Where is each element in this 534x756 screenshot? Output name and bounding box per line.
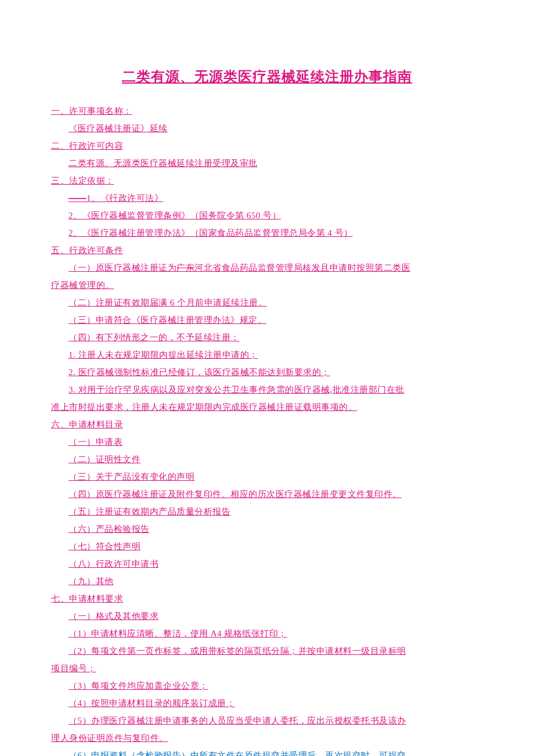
- section-7-item-3: （3）每项文件均应加盖企业公章；: [51, 677, 483, 694]
- section-7-item-5a: （5）办理医疗器械注册申请事务的人员应当受申请人委托，应出示授权委托书及该办: [51, 712, 483, 729]
- section-6-heading: 六、申请材料目录: [51, 416, 483, 433]
- section-5-item-2: （二）注册证有效期届满 6 个月前申请延续注册。: [51, 294, 483, 311]
- section-5-heading: 五、行政许可条件: [51, 242, 483, 259]
- section-6-item: （六）产品检验报告: [51, 520, 483, 538]
- section-5-item-3: （三）申请符合《医疗器械注册管理办法》规定。: [51, 311, 483, 329]
- section-6-item: （二）证明性文件: [51, 451, 483, 468]
- section-7-sub-heading: （一）格式及其他要求: [51, 607, 483, 625]
- section-6-item: （七）符合性声明: [51, 538, 483, 555]
- section-3-item-2: 2、《医疗器械监督管理条例》（国务院令第 650 号）: [51, 207, 483, 224]
- struck-text: 广东: [176, 263, 194, 272]
- section-6-item: （四）原医疗器械注册证及附件复印件、相应的历次医疗器械注册变更文件复印件。: [51, 485, 483, 503]
- section-2-content: 二类有源、无源类医疗器械延续注册受理及审批: [51, 154, 483, 172]
- document-page: 二类有源、无源类医疗器械延续注册办事指南 一、许可事项名称： 《医疗器械注册证》…: [0, 0, 534, 756]
- section-7-item-2a: （2）每项文件第一页作标签，或用带标签的隔页纸分隔；并按申请材料一级目录标明: [51, 642, 483, 660]
- section-3-heading: 三、法定依据：: [51, 172, 483, 189]
- section-5-item-1b: 疗器械管理的。: [51, 276, 483, 294]
- section-1-content: 《医疗器械注册证》延续: [51, 120, 483, 137]
- section-6-item: （三）关于产品没有变化的声明: [51, 468, 483, 485]
- section-5-sub-1: 1. 注册人未在规定期限内提出延续注册申请的；: [51, 346, 483, 363]
- section-7-item-2b: 项目编号；: [51, 660, 483, 677]
- section-3-item-1: ——1、《行政许可法》: [51, 189, 483, 207]
- section-7-item-6a: （6）申报资料（含检验报告）中所有文件在原件提交并受理后，再次提交时，可提交: [51, 747, 483, 756]
- section-7-item-1: （1）申请材料应清晰、整洁，使用 A4 规格纸张打印；: [51, 625, 483, 642]
- item-text: 1、《行政许可法》: [86, 193, 163, 203]
- text-part: （一）原医疗器械注册证为: [68, 263, 176, 272]
- document-title: 二类有源、无源类医疗器械延续注册办事指南: [51, 67, 483, 86]
- struck-prefix: ——: [68, 193, 86, 203]
- section-7-heading: 七、申请材料要求: [51, 590, 483, 607]
- blue-text: （6）申报资料（含检验报告）中所有文件在原件提交并受理后，再次提交时，可提交: [68, 751, 406, 756]
- section-6-item: （五）注册证有效期内产品质量分析报告: [51, 503, 483, 520]
- section-6-item: （一）申请表: [51, 433, 483, 451]
- section-7-item-4: （4）按照申请材料目录的顺序装订成册；: [51, 694, 483, 712]
- section-1-heading: 一、许可事项名称：: [51, 102, 483, 120]
- section-5-sub-3a: 3. 对用于治疗罕见疾病以及应对突发公共卫生事件急需的医疗器械,批准注册部门在批: [51, 381, 483, 398]
- section-6-item: （八）行政许可申请书: [51, 555, 483, 573]
- section-5-item-1a: （一）原医疗器械注册证为广东河北省食品药品监督管理局核发且申请时按照第二类医: [51, 259, 483, 276]
- text-part: 河北省食品药品监督管理局核发且申请时按照第二类医: [194, 263, 410, 272]
- section-5-item-4: （四）有下列情形之一的，不予延续注册：: [51, 329, 483, 346]
- section-5-sub-2: 2. 医疗器械强制性标准已经修订，该医疗器械不能达到新要求的；: [51, 363, 483, 381]
- section-7-item-5b: 理人身份证明原件与复印件。: [51, 729, 483, 747]
- section-6-item: （九）其他: [51, 573, 483, 590]
- section-5-sub-3b: 准上市时提出要求，注册人未在规定期限内完成医疗器械注册证载明事项的。: [51, 398, 483, 416]
- section-2-heading: 二、行政许可内容: [51, 137, 483, 154]
- section-3-item-3: 2、《医疗器械注册管理办法》（国家食品药品监督管理总局令第 4 号）: [51, 224, 483, 242]
